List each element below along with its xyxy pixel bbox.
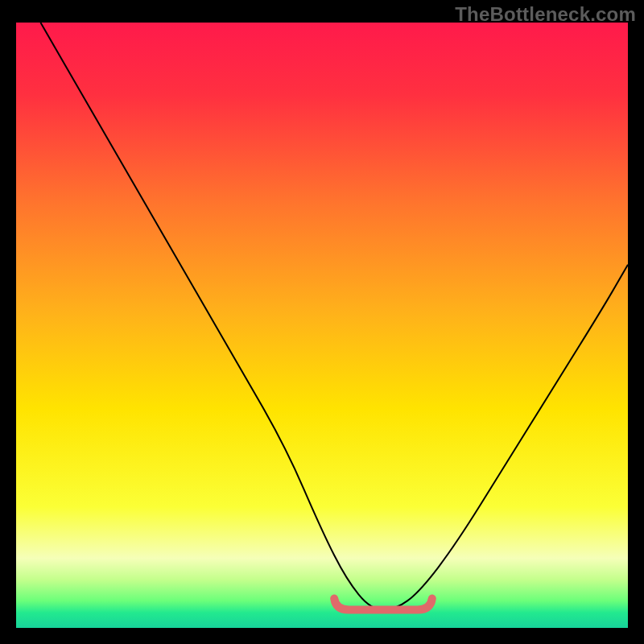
chart-frame: TheBottleneck.com bbox=[0, 0, 644, 644]
curve-svg bbox=[16, 23, 628, 628]
watermark-text: TheBottleneck.com bbox=[455, 3, 636, 26]
bottleneck-curve-line bbox=[40, 23, 628, 609]
optimal-band-highlight bbox=[334, 598, 432, 609]
plot-area bbox=[16, 23, 628, 628]
